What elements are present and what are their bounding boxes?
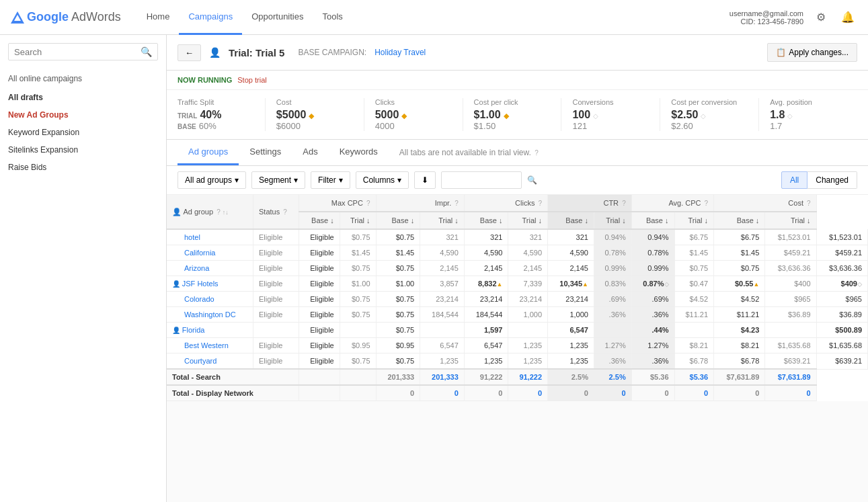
tab-keywords[interactable]: Keywords bbox=[329, 140, 389, 165]
row-ctr-trial: 0.94% bbox=[631, 229, 674, 245]
row-max-cpc-trial: $0.75 bbox=[376, 292, 420, 307]
row-cost-trial: $500.89 bbox=[816, 323, 867, 338]
row-impr-trial: 4,590 bbox=[464, 245, 508, 261]
filter-button[interactable]: Filter ▾ bbox=[311, 171, 350, 189]
warn-icon: 👤 bbox=[172, 280, 182, 288]
trial-value: $5000 bbox=[276, 109, 307, 121]
base-value: $2.60 bbox=[671, 121, 748, 131]
chevron-down-icon: ▾ bbox=[397, 175, 401, 185]
table-search-input[interactable] bbox=[441, 171, 522, 189]
base-campaign-label: BASE CAMPAIGN: bbox=[298, 48, 366, 57]
row-name[interactable]: Arizona bbox=[167, 261, 253, 276]
total-ctr-trial: 0 bbox=[594, 385, 631, 401]
row-ctr-base: .36% bbox=[594, 307, 631, 323]
sidebar-item-new-ad-groups[interactable]: New Ad Groups bbox=[0, 106, 166, 124]
table-row: hotel Eligible Eligible $0.75 $0.75 321 … bbox=[167, 229, 868, 245]
stop-trial-link[interactable]: Stop trial bbox=[237, 76, 266, 84]
metric-label: Cost per conversion bbox=[671, 98, 748, 106]
nav-tools[interactable]: Tools bbox=[313, 0, 352, 35]
row-name[interactable]: California bbox=[167, 245, 253, 261]
row-name[interactable]: 👤 Florida bbox=[167, 323, 253, 338]
row-name[interactable]: Best Western bbox=[167, 338, 253, 353]
changed-view-button[interactable]: Changed bbox=[807, 171, 857, 189]
row-impr-base: 184,544 bbox=[420, 307, 465, 323]
all-view-button[interactable]: All bbox=[781, 171, 807, 189]
row-clicks-base: 7,339 bbox=[508, 276, 548, 292]
sidebar: 🔍 All online campaigns All drafts New Ad… bbox=[0, 35, 167, 502]
diamond-icon: ◇ bbox=[787, 112, 793, 120]
base-campaign-link[interactable]: Holiday Travel bbox=[374, 48, 426, 57]
warn-icon: 👤 bbox=[172, 327, 182, 334]
up-icon: ◆ bbox=[401, 112, 407, 120]
apply-changes-button[interactable]: 📋 Apply changes... bbox=[767, 43, 857, 62]
sidebar-item-raise-bids[interactable]: Raise Bids bbox=[0, 159, 166, 176]
row-status-base: Eligible bbox=[253, 261, 299, 276]
row-max-cpc-base: $0.95 bbox=[340, 338, 376, 353]
subh-cost-base: Base ↓ bbox=[714, 212, 765, 229]
total-avg-cpc-trial: 0 bbox=[674, 385, 714, 401]
nav-campaigns[interactable]: Campaigns bbox=[179, 0, 242, 35]
tab-ads[interactable]: Ads bbox=[292, 140, 328, 165]
all-changed-toggle: All Changed bbox=[781, 171, 857, 189]
nav-home[interactable]: Home bbox=[137, 0, 180, 35]
row-name[interactable]: Colorado bbox=[167, 292, 253, 307]
metric-trial-row: 1.8 ◇ bbox=[770, 109, 846, 121]
row-status-base: Eligible bbox=[253, 292, 299, 307]
total-cost-trial: $7,631.89 bbox=[765, 369, 816, 385]
chevron-down-icon: ▾ bbox=[235, 175, 239, 185]
row-name[interactable]: Courtyard bbox=[167, 353, 253, 370]
settings-icon[interactable]: ⚙ bbox=[812, 8, 830, 27]
search-input[interactable] bbox=[14, 47, 141, 57]
metrics-row: Traffic Split TRIAL 40% BASE 60% Cost $5… bbox=[167, 90, 868, 140]
row-cost-trial: $36.89 bbox=[816, 307, 867, 323]
row-avg-cpc-base: $6.75 bbox=[674, 229, 714, 245]
row-max-cpc-base: $1.45 bbox=[340, 245, 376, 261]
row-max-cpc-base: $0.75 bbox=[340, 229, 376, 245]
info-icon[interactable]: ? bbox=[535, 149, 539, 157]
total-impr-trial: 201,333 bbox=[420, 369, 465, 385]
download-button[interactable]: ⬇ bbox=[414, 171, 436, 189]
sidebar-item-keyword-expansion[interactable]: Keyword Expansion bbox=[0, 124, 166, 141]
row-name[interactable]: hotel bbox=[167, 229, 253, 245]
row-cost-base: $400 bbox=[765, 276, 816, 292]
row-cost-trial: $1,635.68 bbox=[816, 338, 867, 353]
row-name[interactable]: Washington DC bbox=[167, 307, 253, 323]
row-clicks-base: 321 bbox=[508, 229, 548, 245]
back-button[interactable]: ← bbox=[177, 44, 201, 61]
segment-button[interactable]: Segment ▾ bbox=[251, 171, 305, 189]
row-max-cpc-base bbox=[340, 323, 376, 338]
all-ad-groups-button[interactable]: All ad groups ▾ bbox=[177, 171, 246, 189]
notification-icon[interactable]: 🔔 bbox=[838, 8, 857, 27]
tab-ad-groups[interactable]: Ad groups bbox=[177, 140, 239, 165]
table-row: 👤 JSF Hotels Eligible Eligible $1.00 $1.… bbox=[167, 276, 868, 292]
row-max-cpc-base: $1.00 bbox=[340, 276, 376, 292]
row-max-cpc-base: $0.75 bbox=[340, 353, 376, 370]
tab-settings[interactable]: Settings bbox=[239, 140, 292, 165]
row-name[interactable]: 👤 JSF Hotels bbox=[167, 276, 253, 292]
row-impr-trial: 1,235 bbox=[464, 353, 508, 370]
sidebar-item-sitelinks-expansion[interactable]: Sitelinks Expansion bbox=[0, 141, 166, 159]
row-avg-cpc-trial: $0.55▲ bbox=[714, 276, 765, 292]
row-impr-trial: 1,597 bbox=[464, 323, 508, 338]
table-row: Courtyard Eligible Eligible $0.75 $0.75 … bbox=[167, 353, 868, 370]
logo-icon bbox=[11, 11, 24, 24]
row-ctr-trial: .44% bbox=[631, 323, 674, 338]
row-impr-base: 23,214 bbox=[420, 292, 465, 307]
row-avg-cpc-base bbox=[674, 323, 714, 338]
all-drafts: All drafts bbox=[0, 89, 166, 106]
total-impr-base: 201,333 bbox=[376, 369, 420, 385]
row-status-base: Eligible bbox=[253, 276, 299, 292]
row-avg-cpc-base: $0.75 bbox=[674, 261, 714, 276]
row-clicks-trial: 23,214 bbox=[548, 292, 594, 307]
search-box[interactable]: 🔍 bbox=[8, 43, 158, 60]
metric-cost: Cost $5000 ◆ $6000 bbox=[266, 98, 364, 131]
row-clicks-base bbox=[508, 323, 548, 338]
all-online-campaigns[interactable]: All online campaigns bbox=[0, 69, 166, 89]
row-cost-trial: $1,523.01 bbox=[816, 229, 867, 245]
row-clicks-base: 4,590 bbox=[508, 245, 548, 261]
row-impr-trial: 6,547 bbox=[464, 338, 508, 353]
nav-opportunities[interactable]: Opportunities bbox=[242, 0, 313, 35]
metric-conversions: Conversions 100 ◇ 121 bbox=[561, 98, 660, 131]
row-impr-base: 321 bbox=[420, 229, 465, 245]
columns-button[interactable]: Columns ▾ bbox=[356, 171, 409, 189]
